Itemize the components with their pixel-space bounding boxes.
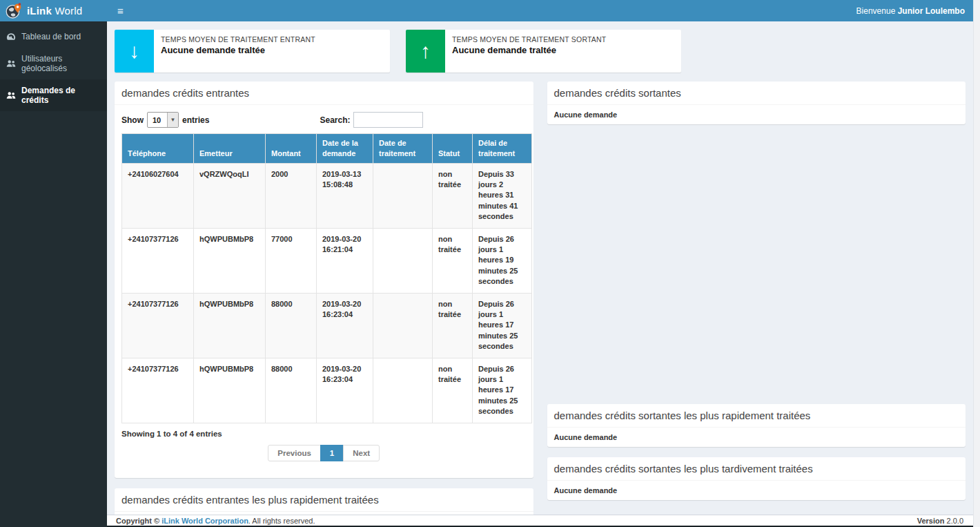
show-label: Show xyxy=(121,115,144,125)
table-cell xyxy=(373,163,433,228)
search-input[interactable] xyxy=(353,112,423,128)
table-cell: non traitée xyxy=(433,293,473,358)
welcome-message: Bienvenue Junior Loulembo xyxy=(856,6,973,16)
table-cell: 88000 xyxy=(266,358,317,423)
incoming-requests-panel: demandes crédits entrantes Show 10 ▼ ent… xyxy=(115,82,533,478)
panel-title: demandes crédits sortantes xyxy=(554,87,959,99)
info-box-entrant: ↓ TEMPS MOYEN DE TRAITEMENT ENTRANT Aucu… xyxy=(115,30,390,73)
table-cell: +24106027604 xyxy=(122,163,194,228)
table-cell: Depuis 26 jours 1 heures 19 minutes 25 s… xyxy=(473,228,532,293)
sidebar-menu: Tableau de bord Utilisateurs géolocalisé… xyxy=(0,21,107,111)
brand-name: iLink World xyxy=(27,5,82,17)
panel-title: demandes crédits entrantes les plus rapi… xyxy=(121,494,527,506)
incoming-table: TéléphoneEmetteurMontantDate de la deman… xyxy=(121,133,532,423)
entries-label: entries xyxy=(182,115,209,125)
next-page-button[interactable]: Next xyxy=(343,445,380,461)
column-header: Montant xyxy=(266,134,317,164)
table-cell xyxy=(373,228,433,293)
table-cell: 2000 xyxy=(266,163,317,228)
dashboard-icon xyxy=(6,32,16,41)
table-cell: Depuis 26 jours 1 heures 17 minutes 25 s… xyxy=(473,293,532,358)
table-cell: +24107377126 xyxy=(122,293,194,358)
users-icon xyxy=(6,91,16,99)
panel-title: demandes crédits entrantes xyxy=(121,87,527,99)
table-cell: +24107377126 xyxy=(122,228,194,293)
page-length-select[interactable]: 10 ▼ xyxy=(147,112,179,128)
pagination: Previous 1 Next xyxy=(121,445,527,461)
empty-message: Aucune demande xyxy=(554,433,959,441)
outgoing-requests-panel: demandes crédits sortantes Aucune demand… xyxy=(547,82,966,124)
search-label: Search: xyxy=(320,115,350,125)
arrow-up-icon: ↑ xyxy=(406,30,445,73)
info-box-message: Aucune demande traltée xyxy=(161,45,315,55)
empty-message: Aucune demande xyxy=(554,486,959,495)
info-box-sortant: ↑ TEMPS MOYEN DE TRAITEMENT SORTANT Aucu… xyxy=(406,30,681,73)
user-name: Junior Loulembo xyxy=(898,6,965,16)
content-area: ↓ TEMPS MOYEN DE TRAITEMENT ENTRANT Aucu… xyxy=(107,21,973,515)
company-link[interactable]: iLink World Corporation xyxy=(161,517,248,525)
sidebar-item-label: Demandes de crédits xyxy=(21,86,100,105)
previous-page-button[interactable]: Previous xyxy=(268,445,321,461)
hamburger-menu-icon[interactable]: ≡ xyxy=(107,0,134,21)
table-cell: non traitée xyxy=(433,358,473,423)
datatable-controls: Show 10 ▼ entries Search: xyxy=(121,112,527,128)
version-info: Version 2.0.0 xyxy=(917,517,963,525)
outgoing-latest-panel: demandes crédits sortantes les plus tard… xyxy=(547,457,966,500)
panel-title: demandes crédits sortantes les plus rapi… xyxy=(554,410,959,421)
table-cell: Depuis 26 jours 1 heures 17 minutes 25 s… xyxy=(473,358,532,423)
page-1-button[interactable]: 1 xyxy=(320,445,344,461)
sidebar-item-demandes-de-credits[interactable]: Demandes de crédits xyxy=(0,79,107,111)
top-navbar: ≡ Bienvenue Junior Loulembo xyxy=(107,0,973,21)
column-header: Téléphone xyxy=(122,134,194,164)
sidebar-item-utilisateurs-geolocalises[interactable]: Utilisateurs géolocalisés xyxy=(0,48,107,79)
right-column: demandes crédits sortantes Aucune demand… xyxy=(547,82,966,500)
info-box-label: TEMPS MOYEN DE TRAITEMENT SORTANT xyxy=(452,35,606,44)
footer: Copyright © iLink World Corporation. All… xyxy=(107,515,973,526)
main-row: demandes crédits entrantes Show 10 ▼ ent… xyxy=(115,82,966,515)
arrow-down-icon: ↓ xyxy=(115,30,154,73)
table-summary: Showing 1 to 4 of 4 entries xyxy=(121,430,527,438)
app-window: iLink World Tableau de bord Utilisateurs… xyxy=(0,0,980,527)
copyright-text: Copyright © xyxy=(116,517,159,525)
table-cell: +24107377126 xyxy=(122,358,194,423)
left-column: demandes crédits entrantes Show 10 ▼ ent… xyxy=(115,82,533,515)
table-cell: non traitée xyxy=(433,228,473,293)
chevron-down-icon: ▼ xyxy=(167,113,178,127)
outgoing-fastest-panel: demandes crédits sortantes les plus rapi… xyxy=(547,404,966,447)
column-header: Date de traitement xyxy=(373,134,433,164)
table-cell: hQWPUBMbP8 xyxy=(194,228,266,293)
panel-title: demandes crédits sortantes les plus tard… xyxy=(554,463,959,475)
table-cell: hQWPUBMbP8 xyxy=(194,358,266,423)
brand-logo[interactable]: iLink World xyxy=(0,0,107,21)
table-row: +24106027604vQRZWQoqLI20002019-03-13 15:… xyxy=(122,163,532,228)
table-cell: 2019-03-20 16:23:04 xyxy=(317,358,373,423)
table-row: +24107377126hQWPUBMbP8770002019-03-20 16… xyxy=(122,228,532,293)
table-cell xyxy=(373,358,433,423)
table-cell: 77000 xyxy=(266,228,317,293)
sidebar-item-label: Tableau de bord xyxy=(21,32,81,41)
panel-header: demandes crédits entrantes xyxy=(115,82,533,105)
table-cell: vQRZWQoqLI xyxy=(194,163,266,228)
vertical-scrollbar[interactable] xyxy=(973,0,980,527)
table-body: +24106027604vQRZWQoqLI20002019-03-13 15:… xyxy=(122,163,532,423)
search-control: Search: xyxy=(320,112,422,128)
table-cell: 88000 xyxy=(266,293,317,358)
table-cell xyxy=(373,293,433,358)
sidebar-item-label: Utilisateurs géolocalisés xyxy=(21,54,100,73)
column-header: Emetteur xyxy=(194,134,266,164)
table-cell: 2019-03-13 15:08:48 xyxy=(317,163,373,228)
empty-message: Aucune demande xyxy=(554,111,959,119)
column-header: Date de la demande xyxy=(317,134,373,164)
column-header: Délai de traitement xyxy=(473,134,532,164)
table-cell: non traitée xyxy=(433,163,473,228)
sidebar-item-tableau-de-bord[interactable]: Tableau de bord xyxy=(0,26,107,48)
info-box-label: TEMPS MOYEN DE TRAITEMENT ENTRANT xyxy=(161,35,315,44)
column-header: Statut xyxy=(433,134,473,164)
page-length-value: 10 xyxy=(148,113,167,127)
users-icon xyxy=(6,59,16,68)
rights-text: . All rights reserved. xyxy=(248,517,315,525)
page-length-control: Show 10 ▼ entries xyxy=(121,112,209,128)
table-cell: hQWPUBMbP8 xyxy=(194,293,266,358)
table-cell: 2019-03-20 16:23:04 xyxy=(317,293,373,358)
info-box-row: ↓ TEMPS MOYEN DE TRAITEMENT ENTRANT Aucu… xyxy=(115,30,966,73)
